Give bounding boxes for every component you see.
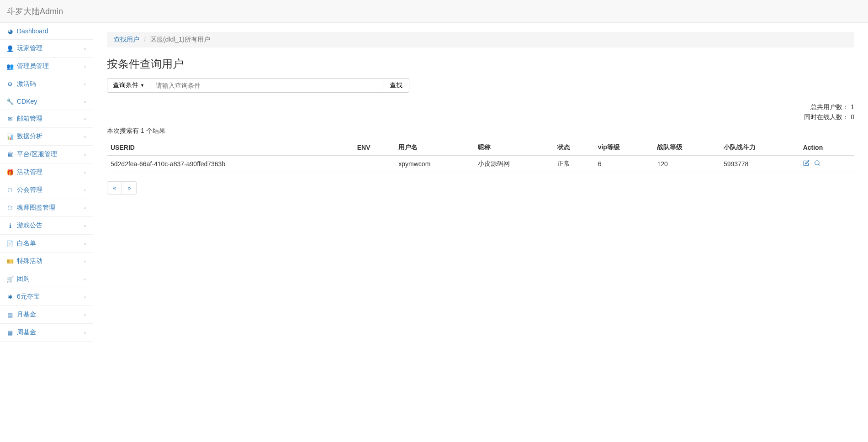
sidebar-item-13[interactable]: 🎫特殊活动‹ [0, 253, 93, 270]
star-icon: ✱ [7, 294, 13, 300]
sidebar-item-4[interactable]: 🔧CDKey‹ [0, 93, 93, 110]
total-users-value: 1 [851, 103, 854, 110]
online-users-label: 同时在线人数： [804, 113, 849, 121]
table-header-6: 战队等级 [653, 140, 720, 156]
search-icon[interactable] [814, 160, 820, 168]
chevron-left-icon: ‹ [84, 81, 86, 87]
edit-icon[interactable] [803, 160, 810, 168]
calendar-icon: ▤ [7, 311, 13, 318]
sidebar-item-8[interactable]: 🎁活动管理‹ [0, 163, 93, 181]
users-icon: 👥 [7, 63, 13, 69]
sidebar-item-17[interactable]: ▤周基金‹ [0, 324, 93, 342]
sidebar-item-label: 数据分析 [17, 132, 42, 141]
navbar: 斗罗大陆Admin [0, 0, 868, 23]
info-icon: ℹ [7, 222, 13, 229]
chevron-left-icon: ‹ [84, 63, 86, 69]
page-next-button[interactable]: » [122, 181, 137, 195]
sidebar-item-label: 公会管理 [17, 186, 42, 194]
dropdown-label: 查询条件 [113, 81, 138, 89]
sidebar-item-0[interactable]: ◕Dashboard [0, 23, 93, 40]
chart-icon: 📊 [7, 133, 13, 140]
table-row: 5d2d2fea-66af-410c-a837-a90ffed7363bxpym… [107, 156, 854, 172]
cart-icon: 🛒 [7, 276, 13, 282]
sidebar-item-16[interactable]: ▤月基金‹ [0, 306, 93, 324]
pagination: « » [107, 181, 854, 195]
svg-point-0 [815, 161, 819, 165]
sidebar-item-12[interactable]: 📄白名单‹ [0, 235, 93, 253]
sidebar-item-1[interactable]: 👤玩家管理‹ [0, 40, 93, 58]
chevron-left-icon: ‹ [84, 241, 86, 246]
sidebar-item-5[interactable]: ✉邮箱管理‹ [0, 110, 93, 128]
chevron-left-icon: ‹ [84, 169, 86, 175]
sidebar-item-label: 游戏公告 [17, 221, 42, 230]
chevron-left-icon: ‹ [84, 205, 86, 210]
envelope-icon: ✉ [7, 116, 13, 122]
table-cell: xpymwcom [395, 156, 474, 172]
chevron-left-icon: ‹ [84, 312, 86, 317]
table-header-7: 小队战斗力 [720, 140, 799, 156]
chevron-left-icon: ‹ [84, 223, 86, 228]
table-header-4: 状态 [554, 140, 594, 156]
query-condition-dropdown[interactable]: 查询条件 ▼ [107, 78, 150, 93]
table-cell: 120 [653, 156, 720, 172]
page-prev-button[interactable]: « [107, 181, 122, 195]
online-users-value: 0 [851, 113, 854, 121]
sidebar-item-15[interactable]: ✱6元夺宝‹ [0, 288, 93, 306]
sidebar-item-label: 活动管理 [17, 168, 42, 176]
page-title: 按条件查询用户 [107, 57, 854, 71]
breadcrumb-link[interactable]: 查找用户 [114, 36, 139, 44]
breadcrumb-separator: / [144, 36, 146, 43]
sidebar-item-11[interactable]: ℹ游戏公告‹ [0, 217, 93, 235]
table-cell: 6 [594, 156, 654, 172]
stats-block: 总共用户数： 1 同时在线人数： 0 [107, 102, 854, 122]
total-users-label: 总共用户数： [810, 103, 849, 110]
sidebar-item-3[interactable]: ⚙激活码‹ [0, 75, 93, 93]
table-header-1: ENV [354, 140, 395, 156]
sidebar-item-label: 魂师图鉴管理 [17, 204, 55, 212]
breadcrumb-current: 区服(dldl_1)所有用户 [150, 36, 210, 44]
dashboard-icon: ◕ [7, 28, 13, 34]
file-icon: 📄 [7, 240, 13, 247]
sidebar-item-label: 6元夺宝 [17, 293, 40, 301]
chevron-left-icon: ‹ [84, 187, 86, 193]
search-group: 查询条件 ▼ 查找 [107, 78, 854, 93]
table-cell: 小皮源码网 [474, 156, 554, 172]
table-header-0: USERID [107, 140, 354, 156]
sidebar-item-label: 特殊活动 [17, 257, 42, 265]
sidebar-item-9[interactable]: ⚇公会管理‹ [0, 181, 93, 199]
sidebar-item-10[interactable]: ⚇魂师图鉴管理‹ [0, 199, 93, 217]
table-cell [354, 156, 395, 172]
sitemap-icon: ⚇ [7, 187, 13, 193]
search-button[interactable]: 查找 [383, 78, 409, 93]
sidebar-item-label: 激活码 [17, 80, 36, 88]
sidebar-item-label: 管理员管理 [17, 62, 49, 70]
table-header-5: vip等级 [594, 140, 654, 156]
sidebar-item-label: 团购 [17, 275, 30, 283]
sidebar-item-label: 月基金 [17, 310, 36, 319]
bank-icon: 🏛 [7, 151, 13, 158]
search-input[interactable] [150, 78, 383, 93]
chevron-left-icon: ‹ [84, 152, 86, 157]
chevron-left-icon: ‹ [84, 276, 86, 282]
table-header-3: 昵称 [474, 140, 554, 156]
chevron-left-icon: ‹ [84, 294, 86, 300]
sidebar-item-2[interactable]: 👥管理员管理‹ [0, 58, 93, 75]
chevron-left-icon: ‹ [84, 258, 86, 264]
chevron-left-icon: ‹ [84, 116, 86, 121]
caret-down-icon: ▼ [140, 83, 144, 88]
calendar-icon: ▤ [7, 329, 13, 336]
chevron-left-icon: ‹ [84, 99, 86, 104]
chevron-left-icon: ‹ [84, 46, 86, 51]
gift-icon: 🎁 [7, 169, 13, 175]
chevron-left-icon: ‹ [84, 134, 86, 139]
sidebar-item-7[interactable]: 🏛平台/区服管理‹ [0, 146, 93, 163]
sidebar-item-14[interactable]: 🛒团购‹ [0, 270, 93, 288]
table-cell: 5993778 [720, 156, 799, 172]
sidebar-item-label: 周基金 [17, 328, 36, 337]
chevron-left-icon: ‹ [84, 330, 86, 335]
navbar-brand[interactable]: 斗罗大陆Admin [7, 0, 70, 24]
sidebar-item-label: 玩家管理 [17, 44, 42, 53]
table-cell: 5d2d2fea-66af-410c-a837-a90ffed7363b [107, 156, 354, 172]
sidebar-item-6[interactable]: 📊数据分析‹ [0, 128, 93, 146]
gear-icon: ⚙ [7, 81, 13, 87]
